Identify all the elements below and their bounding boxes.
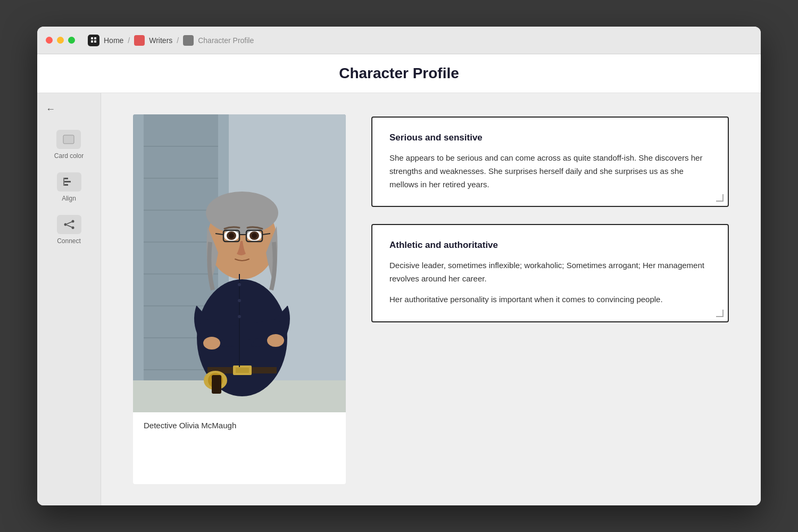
breadcrumb-character-profile: Character Profile xyxy=(198,36,254,45)
svg-rect-4 xyxy=(63,135,74,144)
browser-window: Home / Writers / Character Profile Chara… xyxy=(37,27,761,505)
trait-1-title: Serious and sensitive xyxy=(389,132,711,143)
maximize-button[interactable] xyxy=(68,37,75,44)
svg-point-34 xyxy=(229,233,234,238)
minimize-button[interactable] xyxy=(57,37,64,44)
svg-point-9 xyxy=(64,223,66,226)
svg-point-51 xyxy=(238,283,241,286)
card-color-icon xyxy=(56,130,81,149)
close-button[interactable] xyxy=(46,37,53,44)
svg-rect-1 xyxy=(94,37,96,39)
breadcrumb-writers[interactable]: Writers xyxy=(149,36,172,45)
svg-rect-0 xyxy=(91,37,93,39)
svg-rect-3 xyxy=(94,40,96,43)
page-title: Character Profile xyxy=(59,65,739,82)
title-bar: Home / Writers / Character Profile xyxy=(37,27,761,54)
card-color-tool[interactable]: Card color xyxy=(54,130,84,160)
svg-rect-2 xyxy=(91,40,93,43)
character-name: Detective Olivia McMaugh xyxy=(133,412,346,438)
sidebar: ← Card color Ali xyxy=(37,93,101,505)
traits-column: Serious and sensitive She appears to be … xyxy=(371,114,729,484)
svg-point-52 xyxy=(238,299,241,302)
back-button[interactable]: ← xyxy=(37,102,101,117)
svg-point-37 xyxy=(252,233,257,238)
trait-2-text-2: Her authoritative personality is importa… xyxy=(389,293,711,306)
svg-rect-49 xyxy=(212,375,221,394)
breadcrumb-sep-2: / xyxy=(177,36,179,45)
breadcrumb: Home / Writers / Character Profile xyxy=(88,35,254,46)
writers-icon xyxy=(134,35,145,46)
svg-line-12 xyxy=(66,222,72,224)
svg-point-27 xyxy=(203,337,220,350)
breadcrumb-home[interactable]: Home xyxy=(104,36,123,45)
trait-2-text-1: Decisive leader, sometimes inflexible; w… xyxy=(389,259,711,286)
svg-point-53 xyxy=(238,315,241,318)
connect-label: Connect xyxy=(57,237,81,245)
main-content: Detective Olivia McMaugh Serious and sen… xyxy=(101,93,761,505)
trait-card-1: Serious and sensitive She appears to be … xyxy=(371,117,729,207)
card-color-label: Card color xyxy=(54,152,84,160)
window-controls xyxy=(46,37,75,44)
svg-point-28 xyxy=(267,334,284,347)
trait-card-2: Athletic and authoritative Decisive lead… xyxy=(371,224,729,322)
svg-point-31 xyxy=(206,192,278,234)
align-icon xyxy=(57,172,81,192)
svg-rect-7 xyxy=(64,184,68,186)
svg-point-10 xyxy=(71,220,74,223)
svg-rect-5 xyxy=(64,178,68,179)
breadcrumb-sep-1: / xyxy=(128,36,130,45)
svg-line-13 xyxy=(66,225,72,227)
page-header: Character Profile xyxy=(37,54,761,93)
connect-icon xyxy=(57,215,81,234)
profile-breadcrumb-icon xyxy=(183,35,194,46)
align-tool[interactable]: Align xyxy=(57,172,81,202)
connect-tool[interactable]: Connect xyxy=(57,215,81,245)
home-icon xyxy=(88,35,99,46)
align-label: Align xyxy=(62,195,76,202)
content-area: ← Card color Ali xyxy=(37,93,761,505)
trait-1-text-1: She appears to be serious and can come a… xyxy=(389,152,711,191)
character-photo xyxy=(133,114,346,412)
svg-rect-45 xyxy=(236,368,249,373)
svg-point-11 xyxy=(71,227,74,229)
trait-2-title: Athletic and authoritative xyxy=(389,240,711,251)
svg-rect-6 xyxy=(64,181,71,182)
character-card: Detective Olivia McMaugh xyxy=(133,114,346,484)
